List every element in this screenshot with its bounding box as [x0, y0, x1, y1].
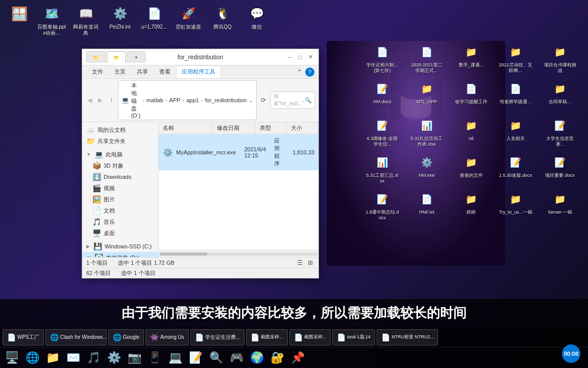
dock-icon-settings[interactable]: ⚙️: [105, 349, 123, 367]
column-header-size[interactable]: 大小: [287, 122, 318, 134]
back-button[interactable]: ◀: [85, 95, 94, 106]
search-icon[interactable]: 🔍: [305, 97, 312, 104]
desktop-icon-ntl[interactable]: 📁 ntl: [453, 114, 489, 144]
dock-icon-search[interactable]: 🔍: [207, 349, 225, 367]
quick-access-tab[interactable]: 📁: [86, 51, 106, 63]
taskbar-item-google[interactable]: 🌐 Google: [108, 329, 144, 346]
column-header-name[interactable]: 名称: [159, 122, 213, 134]
desktop-icon-junjun[interactable]: 📁 俊俊的文件: [453, 151, 489, 180]
ribbon-tab-file[interactable]: 文件: [86, 65, 109, 78]
scroll-thumb[interactable]: [160, 252, 207, 256]
close-button[interactable]: ✕: [306, 53, 314, 61]
desktop-icon-youdao[interactable]: 📖 网易有道词典: [70, 3, 102, 38]
desktop-icon-hnf[interactable]: 📄 HNF.txt: [409, 188, 445, 217]
desktop-icon-tingting[interactable]: 📁 婷婷: [453, 188, 489, 217]
desktop-icon-project-important[interactable]: 📝 项目重要.docx: [542, 151, 578, 180]
desktop-icon-u[interactable]: 📄 u=1,7092...: [138, 3, 170, 32]
taskbar-item-clash[interactable]: 🌐 Clash for Windows...: [45, 329, 107, 346]
dock-icon-filemanager[interactable]: 🖥️: [3, 349, 21, 367]
sidebar-item-3d[interactable]: 📦 3D 对象: [82, 160, 158, 171]
path-dropdown-icon[interactable]: ⌄: [249, 97, 253, 104]
dock-icon-chrome[interactable]: 🌐: [23, 349, 41, 367]
minimize-button[interactable]: ─: [286, 53, 294, 61]
sidebar-item-cloud[interactable]: ☁️ 我的云文档: [82, 124, 158, 135]
sidebar-item-documents[interactable]: 📄 文档: [82, 205, 158, 216]
sidebar-item-thispc[interactable]: ▼ 💻 此电脑: [82, 149, 158, 160]
ribbon-tab-share[interactable]: 共享: [131, 65, 154, 78]
dock-icon-music[interactable]: 🎵: [84, 349, 103, 367]
ribbon-collapse-btn[interactable]: ⌃: [296, 68, 304, 76]
taskbar-item-jie2[interactable]: 📄 截图采样...: [289, 329, 331, 346]
column-header-type[interactable]: 类型: [256, 122, 287, 134]
dock-icon-folder[interactable]: 📁: [43, 349, 62, 367]
dock-icon-email[interactable]: ✉️: [64, 349, 82, 367]
sidebar-item-downloads[interactable]: ⬇️ Downloads: [82, 171, 158, 182]
sidebar-item-shared[interactable]: 📁 共享文件夹: [82, 135, 158, 147]
sidebar-item-pictures[interactable]: 🖼️ 图片: [82, 194, 158, 205]
grid-view-btn[interactable]: ⊞: [306, 259, 314, 267]
desktop-icon-63[interactable]: 📝 6.3调修改-全国学生信...: [364, 114, 400, 149]
desktop-icon-university[interactable]: 📝 大学生信息竞赛...: [542, 114, 578, 149]
desktop-icon-pei[interactable]: 📄 培老师学级通...: [498, 78, 533, 107]
folder-tab[interactable]: 📁: [107, 51, 126, 63]
dock-icon-phone[interactable]: 📱: [145, 349, 164, 367]
taskbar-item-student[interactable]: 📄 学生证生活费...: [190, 329, 244, 346]
dock-icon-note[interactable]: 📝: [186, 349, 205, 367]
maximize-button[interactable]: □: [296, 53, 304, 61]
desktop-icon-18summary[interactable]: 📝 1.8通中期总结.docx: [364, 188, 400, 223]
sidebar-item-d[interactable]: ▼ 💽 本地磁盘 (D:): [82, 252, 158, 257]
horizontal-scrollbar[interactable]: [159, 250, 318, 257]
new-tab-btn[interactable]: ＋: [127, 51, 145, 63]
desktop-icon-project[interactable]: 📁 项目合冲课程挑战: [542, 41, 578, 76]
sidebar-item-videos[interactable]: 🎬 视频: [82, 182, 158, 194]
refresh-button[interactable]: ⟳: [259, 95, 267, 106]
help-btn[interactable]: ?: [305, 67, 314, 77]
forward-button[interactable]: ▶: [96, 95, 105, 106]
desktop-icon-130[interactable]: 📝 1.5.30改版.docx: [498, 151, 533, 180]
search-box[interactable]: 搜索"for_redi..." 🔍: [270, 91, 315, 109]
dock-icon-globe[interactable]: 🌍: [248, 349, 266, 367]
list-view-btn[interactable]: ☰: [296, 259, 304, 267]
desktop-icon-party[interactable]: 📁 入党相关: [498, 114, 533, 144]
ribbon-tab-tools[interactable]: 应用程序工具: [176, 65, 221, 78]
dock-icon-lock[interactable]: 🔐: [268, 349, 286, 367]
dock-icon-pc[interactable]: 💻: [166, 349, 184, 367]
desktop-icon-contract[interactable]: 📁 合同草稿...: [542, 78, 578, 107]
desktop-icon-hmexe[interactable]: ⚙️ HM.exe: [409, 151, 445, 180]
desktop-icon-study[interactable]: 📄 收学习提醒工作: [453, 78, 489, 107]
desktop-icon-531salary[interactable]: 📊 5.31工资汇总.xlsx: [364, 151, 400, 186]
desktop-icon-2020[interactable]: 📄 2020-2021第二学期正式...: [409, 41, 445, 76]
file-row[interactable]: ⚙️ MyAppInstaller_mcr.exe 2021/6/4 12:15…: [159, 134, 318, 171]
sidebar-item-music[interactable]: 🎵 音乐: [82, 216, 158, 227]
desktop-icon-student[interactable]: 📄 学生证相片制...(第七张): [364, 41, 400, 76]
desktop-icon-baitu[interactable]: 🗺️ 百图卷轴.pptx动画...: [36, 3, 67, 38]
up-button[interactable]: ↑: [107, 95, 116, 106]
desktop-icon-2021[interactable]: 📁 2021芯动技、互联网...: [498, 41, 533, 76]
address-path[interactable]: 💻 本地磁盘 (D:) › matlab › APP › app1 › for_…: [118, 80, 257, 120]
taskbar-item-jie1[interactable]: 📄 截图采样...: [246, 329, 288, 346]
desktop-icon-server[interactable]: 📁 Server-一稿: [542, 188, 578, 217]
desktop-icon-windows[interactable]: 🪟: [5, 3, 33, 26]
dock-icon-game[interactable]: 🎮: [227, 349, 246, 367]
desktop-icon-531work[interactable]: 📊 5.31礼仪活动工作表.xlsx: [409, 114, 445, 149]
sidebar-item-desktop[interactable]: 🖥️ 桌面: [82, 227, 158, 239]
column-header-date[interactable]: 修改日期: [213, 122, 256, 134]
desktop-icon-qq[interactable]: 🐧 腾讯QQ: [207, 3, 238, 32]
taskbar-item-seal[interactable]: 📄 seal-1题.14: [332, 329, 375, 346]
sidebar-item-cssd[interactable]: ▶ 💾 Windows-SSD (C:): [82, 241, 158, 252]
desktop-icon-ntlapp[interactable]: 📁 NTL_APP: [409, 78, 445, 107]
desktop-icon-peizhi[interactable]: ⚙️ PeiZhi.ini: [104, 3, 136, 32]
ribbon-tab-home[interactable]: 主页: [109, 65, 131, 78]
desktop-icon-math[interactable]: 📁 数学_课通...: [453, 41, 489, 70]
taskbar-icon-among: 👾: [150, 333, 159, 341]
desktop-icon-hmdocx[interactable]: 📝 HM.docx: [364, 78, 400, 107]
taskbar-item-wps[interactable]: 📄 WPS工厂: [3, 329, 44, 346]
desktop-icon-wechat[interactable]: 💬 微信: [241, 3, 273, 32]
desktop-icon-niuhong[interactable]: 🚀 霓虹加速器: [173, 3, 204, 32]
dock-icon-camera[interactable]: 📷: [125, 349, 143, 367]
dock-icon-pin[interactable]: 📌: [288, 349, 307, 367]
desktop-icon-tryto[interactable]: 📁 Try_to_us...一稿: [498, 188, 533, 217]
taskbar-item-among[interactable]: 👾 Among Us: [145, 329, 189, 346]
taskbar-item-ntru[interactable]: 📄 NTRU密度 NTRU2...: [377, 329, 438, 346]
ribbon-tab-view[interactable]: 查看: [154, 65, 176, 78]
